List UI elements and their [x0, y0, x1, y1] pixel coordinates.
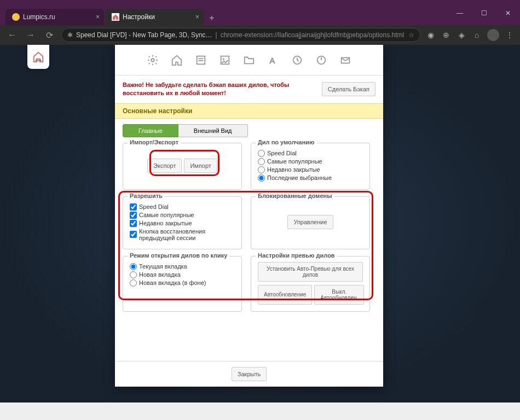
tab-title: Настройки: [123, 13, 155, 21]
url-separator: |: [216, 31, 217, 39]
bookmark-star-icon[interactable]: ☆: [408, 31, 414, 39]
legend: Блокированные домены: [256, 192, 334, 199]
window-titlebar: [0, 0, 520, 5]
maximize-button[interactable]: ☐: [472, 5, 496, 21]
svg-point-2: [39, 60, 42, 62]
warning-text: Важно! Не забудьте сделать бэкап ваших д…: [123, 81, 315, 98]
auto-update-off-button[interactable]: Выкл. Автообновлен.: [314, 285, 364, 305]
shield-icon[interactable]: ◉: [426, 30, 436, 40]
tab-lumpics[interactable]: Lumpics.ru ×: [5, 9, 104, 25]
subtab-main[interactable]: Главные: [123, 124, 178, 137]
set-all-preview-button[interactable]: Установить Авто-Превью для всех дилов: [258, 262, 363, 282]
address-bar: ← → ⟳ ✱ Speed Dial [FVD] - New Tab Page,…: [0, 25, 520, 45]
folder-icon[interactable]: [242, 53, 256, 67]
sync-icon[interactable]: [290, 53, 304, 67]
profile-avatar[interactable]: [487, 29, 499, 41]
radio-speed-dial[interactable]: Speed Dial: [258, 150, 363, 157]
back-button[interactable]: ←: [5, 28, 19, 42]
close-icon[interactable]: ×: [96, 13, 100, 21]
url-field[interactable]: ✱ Speed Dial [FVD] - New Tab Page, 3D, S…: [61, 28, 420, 42]
close-button[interactable]: Закрыть: [232, 367, 267, 381]
legend: Разрешить: [128, 192, 165, 199]
settings-grid: Импорт/Экспорт Экспорт Импорт Дил по умо…: [115, 137, 383, 317]
radio-last-selected[interactable]: Последние выбранные: [258, 174, 363, 182]
sub-tabs: Главные Внешний Вид: [115, 119, 383, 137]
icon-toolbar: A: [115, 45, 383, 75]
close-icon[interactable]: ×: [195, 13, 199, 21]
page-content: A Важно! Не забудьте сделать бэкап ваших…: [0, 45, 520, 402]
check-popular[interactable]: Самые популярные: [130, 212, 235, 219]
warning-row: Важно! Не забудьте сделать бэкап ваших д…: [115, 75, 383, 103]
home-ext-icon[interactable]: ⌂: [472, 30, 482, 40]
export-button[interactable]: Экспорт: [147, 159, 182, 173]
minimize-button[interactable]: —: [448, 5, 472, 21]
tab-bar: Lumpics.ru × Настройки × + — ☐ ✕: [0, 5, 520, 25]
image-icon[interactable]: [218, 53, 232, 67]
radio-new-tab[interactable]: Новая вкладка: [130, 271, 235, 278]
fieldset-allow: Разрешить Speed Dial Самые популярные Не…: [123, 196, 242, 249]
check-recent-closed[interactable]: Недавно закрытые: [130, 220, 235, 227]
radio-recent-closed[interactable]: Недавно закрытые: [258, 166, 363, 173]
check-restore-session[interactable]: Кнопка восстановления предыдущей сессии: [130, 228, 235, 241]
gear-icon[interactable]: [146, 53, 160, 67]
check-speed-dial[interactable]: Speed Dial: [130, 203, 235, 211]
os-taskbar: [0, 402, 520, 420]
tab-title: Lumpics.ru: [23, 13, 55, 21]
favicon-icon: [12, 13, 20, 21]
legend: Импорт/Экспорт: [128, 139, 181, 145]
mail-icon[interactable]: [338, 53, 353, 67]
new-tab-button[interactable]: +: [205, 11, 219, 25]
section-title: Основные настройки: [115, 103, 383, 119]
auto-update-on-button[interactable]: Автообновление: [258, 285, 312, 305]
url-ext-name: Speed Dial [FVD] - New Tab Page, 3D, Syn…: [76, 31, 212, 39]
fieldset-import-export: Импорт/Экспорт Экспорт Импорт: [123, 143, 242, 190]
subtab-appearance[interactable]: Внешний Вид: [178, 124, 248, 137]
speed-dial-badge[interactable]: [27, 45, 49, 69]
panel-footer: Закрыть: [115, 361, 383, 387]
list-icon[interactable]: [194, 53, 208, 67]
fieldset-default-dial: Дил по умолчанию Speed Dial Самые популя…: [251, 143, 370, 190]
manage-button[interactable]: Управление: [287, 215, 333, 229]
power-icon[interactable]: [314, 53, 328, 67]
svg-point-1: [37, 60, 39, 62]
fieldset-blocked-domains: Блокированные домены Управление: [251, 196, 370, 249]
tab-settings[interactable]: Настройки ×: [105, 9, 204, 25]
backup-button[interactable]: Сделать Бэкап: [322, 82, 375, 96]
import-button[interactable]: Импорт: [184, 159, 217, 173]
fieldset-preview: Настройки превью дилов Установить Авто-П…: [251, 256, 370, 312]
reload-button[interactable]: ⟳: [43, 28, 56, 42]
font-icon[interactable]: A: [266, 53, 280, 67]
extension-icon: ✱: [67, 31, 73, 39]
home-icon: [112, 13, 119, 21]
window-controls: — ☐ ✕: [448, 5, 520, 21]
svg-point-0: [36, 60, 38, 62]
settings-panel: A Важно! Не забудьте сделать бэкап ваших…: [115, 45, 383, 387]
radio-new-tab-bg[interactable]: Новая вкладка (в фоне): [130, 279, 235, 287]
svg-point-3: [151, 59, 154, 62]
toolbar-icons: ◉ ⊕ ◈ ⌂ ⋮: [426, 29, 515, 41]
forward-button[interactable]: →: [24, 28, 37, 42]
cube-icon[interactable]: ◈: [457, 30, 466, 40]
url-path: chrome-extension://llaficoajjainaijghjlo…: [221, 31, 405, 39]
legend: Режим открытия дилов по клику: [128, 252, 229, 259]
close-window-button[interactable]: ✕: [496, 5, 520, 21]
radio-popular[interactable]: Самые популярные: [258, 158, 363, 165]
globe-icon[interactable]: ⊕: [441, 30, 451, 40]
svg-point-8: [223, 58, 224, 60]
svg-text:A: A: [270, 56, 275, 65]
menu-icon[interactable]: ⋮: [505, 30, 515, 40]
legend: Настройки превью дилов: [256, 252, 337, 259]
fieldset-open-mode: Режим открытия дилов по клику Текущая вк…: [123, 256, 242, 312]
radio-current-tab[interactable]: Текущая вкладка: [130, 263, 235, 270]
legend: Дил по умолчанию: [256, 139, 317, 145]
home-icon[interactable]: [170, 53, 184, 67]
